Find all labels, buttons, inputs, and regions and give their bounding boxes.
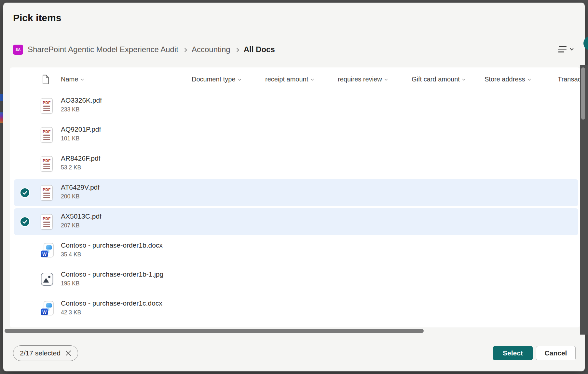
row-divider xyxy=(36,323,580,323)
file-name: AT6429V.pdf xyxy=(61,183,100,192)
chevron-down-icon xyxy=(527,77,531,80)
select-button[interactable]: Select xyxy=(493,346,533,360)
vertical-scrollbar[interactable] xyxy=(581,67,585,120)
chevron-down-icon xyxy=(81,77,84,80)
background-page-fragment xyxy=(0,94,3,101)
column-header-label: Gift card amount xyxy=(412,76,460,83)
file-size: 200 KB xyxy=(61,193,100,200)
close-icon xyxy=(65,350,71,356)
file-size: 233 KB xyxy=(61,106,102,113)
file-row[interactable]: PDFAR8426F.pdf53.2 KB xyxy=(10,149,580,178)
file-name: AX5013C.pdf xyxy=(61,212,102,221)
file-info: AQ9201P.pdf101 KB xyxy=(61,125,101,142)
file-name: AQ9201P.pdf xyxy=(61,125,101,134)
svg-text:W: W xyxy=(42,309,47,314)
column-header-row: NameDocument typereceipt amountrequires … xyxy=(10,67,580,91)
file-name: AR8426F.pdf xyxy=(61,154,100,163)
file-row[interactable]: PDFAO3326K.pdf233 KB xyxy=(10,91,580,120)
check-circle-icon[interactable] xyxy=(21,188,29,197)
selection-summary-chip[interactable]: 2/17 selected xyxy=(13,345,78,361)
pdf-file-icon: PDF xyxy=(41,156,53,171)
file-size: 35.4 KB xyxy=(61,251,163,258)
file-size: 195 KB xyxy=(61,280,163,287)
file-info: Contoso - purchase-order1c.docx42.3 KB xyxy=(61,299,162,316)
file-list-panel: NameDocument typereceipt amountrequires … xyxy=(10,67,580,327)
column-header-store-address[interactable]: Store address xyxy=(485,67,530,91)
file-name: Contoso - purchase-order1b.docx xyxy=(61,241,163,250)
column-header-label: Store address xyxy=(485,76,525,83)
breadcrumb-item[interactable]: SharePoint Agentic Model Experience Audi… xyxy=(28,45,178,54)
pdf-file-icon: PDF xyxy=(41,214,53,229)
pdf-file-icon: PDF xyxy=(41,127,53,142)
chevron-down-icon xyxy=(570,47,573,50)
document-outline-icon xyxy=(42,75,49,85)
file-info: AX5013C.pdf207 KB xyxy=(61,212,102,229)
file-row[interactable]: WContoso - purchase-order1c.docx42.3 KB xyxy=(10,294,580,323)
chevron-down-icon xyxy=(311,77,314,80)
column-header-label: Name xyxy=(61,76,78,83)
breadcrumb-item[interactable]: Accounting xyxy=(192,45,230,54)
file-info: AR8426F.pdf53.2 KB xyxy=(61,154,100,171)
file-info: Contoso - purchase-order1b-1.jpg195 KB xyxy=(61,270,163,287)
file-info: AO3326K.pdf233 KB xyxy=(61,96,102,113)
chevron-right-icon xyxy=(235,48,239,52)
svg-text:W: W xyxy=(42,251,47,256)
file-name: Contoso - purchase-order1c.docx xyxy=(61,299,162,308)
file-name: AO3326K.pdf xyxy=(61,96,102,105)
file-info: AT6429V.pdf200 KB xyxy=(61,183,100,200)
file-size: 207 KB xyxy=(61,222,102,229)
selection-summary-label: 2/17 selected xyxy=(20,349,61,357)
column-header-label: receipt amount xyxy=(265,76,308,83)
file-info: Contoso - purchase-order1b.docx35.4 KB xyxy=(61,241,163,258)
pdf-file-icon: PDF xyxy=(41,98,53,113)
chevron-right-icon xyxy=(183,48,187,52)
column-header-requires-review[interactable]: requires review xyxy=(338,67,387,91)
scrollbar-gutter xyxy=(580,65,588,335)
column-header-name[interactable]: Name xyxy=(61,67,83,91)
list-view-icon xyxy=(558,46,567,52)
cancel-button[interactable]: Cancel xyxy=(536,346,576,360)
column-header-transac[interactable]: Transac xyxy=(558,67,580,91)
column-header-gift-card-amount[interactable]: Gift card amount xyxy=(412,67,465,91)
view-options-button[interactable] xyxy=(553,42,578,56)
pick-items-dialog: Pick items SA SharePoint Agentic Model E… xyxy=(3,3,585,371)
column-header-document-type[interactable]: Document type xyxy=(192,67,241,91)
site-badge: SA xyxy=(13,45,23,55)
file-row[interactable]: PDFAQ9201P.pdf101 KB xyxy=(10,120,580,149)
dialog-title: Pick items xyxy=(13,12,61,23)
file-row[interactable]: WContoso - purchase-order1b.docx35.4 KB xyxy=(10,236,580,265)
chevron-down-icon xyxy=(238,77,241,80)
chevron-down-icon xyxy=(384,77,388,80)
docx-file-icon: W xyxy=(41,243,54,259)
horizontal-scrollbar[interactable] xyxy=(5,329,424,333)
file-size: 101 KB xyxy=(61,135,101,142)
check-circle-icon[interactable] xyxy=(21,217,29,226)
file-row[interactable]: PDFAX5013C.pdf207 KB xyxy=(10,207,580,236)
column-header-label: Transac xyxy=(558,76,580,83)
breadcrumb: SA SharePoint Agentic Model Experience A… xyxy=(13,43,275,56)
background-page-fragment xyxy=(0,112,3,123)
docx-file-icon: W xyxy=(41,301,54,317)
column-header-label: Document type xyxy=(192,76,236,83)
jpg-file-icon xyxy=(41,272,53,287)
file-row[interactable]: PDFAT6429V.pdf200 KB xyxy=(10,178,580,207)
file-size: 53.2 KB xyxy=(61,164,100,171)
breadcrumb-item[interactable]: All Docs xyxy=(244,45,275,54)
pdf-file-icon: PDF xyxy=(41,185,53,200)
column-header-label: requires review xyxy=(338,76,382,83)
column-header-receipt-amount[interactable]: receipt amount xyxy=(265,67,313,91)
file-size: 42.3 KB xyxy=(61,309,162,316)
file-row[interactable]: Contoso - purchase-order1b-1.jpg195 KB xyxy=(10,265,580,294)
chevron-down-icon xyxy=(462,77,465,80)
file-name: Contoso - purchase-order1b-1.jpg xyxy=(61,270,163,279)
